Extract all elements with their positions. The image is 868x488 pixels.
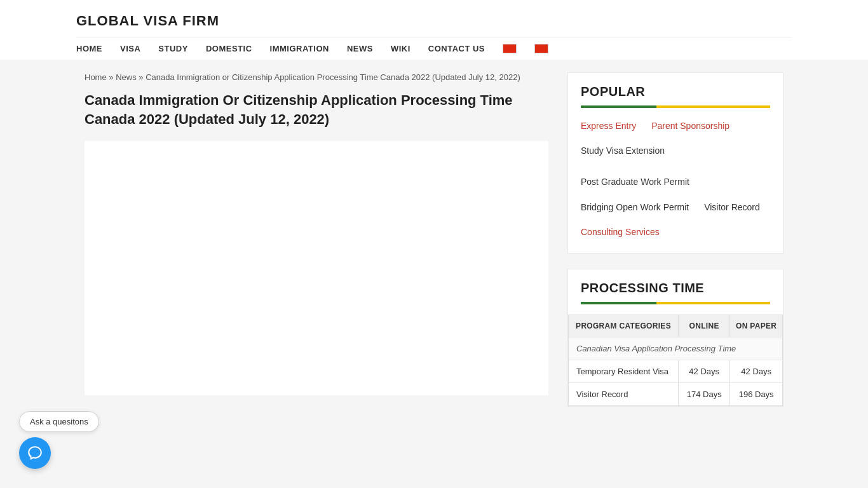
processing-time-table: PROGRAM CATEGORIES ONLINE ON PAPER Canad…: [568, 315, 783, 406]
content-area: Home » News » Canada Immigration or Citi…: [85, 72, 548, 422]
table-row: Temporary Resident Visa 42 Days 42 Days: [569, 360, 783, 383]
nav-visa[interactable]: VISA: [120, 44, 140, 53]
sidebar: POPULAR Express Entry Parent Sponsorship…: [567, 72, 783, 422]
processing-time-title: PROCESSING TIME: [568, 269, 783, 302]
row-trv-online: 42 Days: [679, 360, 730, 383]
chat-widget: Ask a quesitons: [19, 411, 99, 435]
breadcrumb: Home » News » Canada Immigration or Citi…: [85, 72, 548, 82]
processing-time-title-bar: [581, 302, 770, 304]
nav-wiki[interactable]: WIKI: [391, 44, 410, 53]
popular-title-bar: [581, 105, 770, 108]
popular-links: Express Entry Parent Sponsorship Study V…: [568, 118, 783, 253]
table-row: Visitor Record 174 Days 196 Days: [569, 383, 783, 405]
flag-china-icon[interactable]: [503, 44, 517, 53]
row-vr-online: 174 Days: [679, 383, 730, 405]
nav-domestic[interactable]: DOMESTIC: [206, 44, 252, 53]
nav-immigration[interactable]: IMMIGRATION: [270, 44, 329, 53]
article-body: [85, 141, 548, 395]
site-title: GLOBAL VISA FIRM: [76, 13, 792, 29]
table-header-row: PROGRAM CATEGORIES ONLINE ON PAPER: [569, 315, 783, 337]
breadcrumb-home[interactable]: Home: [85, 72, 107, 82]
popular-row-2: Study Visa Extension Post Graduate Work …: [581, 143, 770, 190]
breadcrumb-news[interactable]: News: [116, 72, 137, 82]
popular-link-consulting[interactable]: Consulting Services: [581, 224, 660, 240]
nav-news[interactable]: NEWS: [347, 44, 373, 53]
col-header-program: PROGRAM CATEGORIES: [569, 315, 679, 337]
popular-title: POPULAR: [568, 73, 783, 105]
row-vr-label: Visitor Record: [569, 383, 679, 405]
popular-link-express-entry[interactable]: Express Entry: [581, 118, 636, 134]
popular-item-bowp: Bridging Open Work Permit: [581, 200, 689, 215]
row-trv-paper: 42 Days: [730, 360, 783, 383]
nav-contact-us[interactable]: CONTACT US: [428, 44, 485, 53]
flag-hongkong-icon[interactable]: [534, 44, 548, 53]
col-header-paper: ON PAPER: [730, 315, 783, 337]
popular-item-study-visa: Study Visa Extension: [581, 143, 665, 159]
breadcrumb-current: Canada Immigration or Citizenship Applic…: [146, 72, 520, 82]
popular-row-4: Consulting Services: [581, 224, 660, 240]
chat-label[interactable]: Ask a quesitons: [19, 411, 99, 432]
popular-row-3: Bridging Open Work Permit Visitor Record: [581, 200, 760, 215]
span-row-label: Canadian Visa Application Processing Tim…: [569, 337, 783, 360]
popular-row-1: Express Entry Parent Sponsorship: [581, 118, 729, 134]
row-vr-paper: 196 Days: [730, 383, 783, 405]
popular-item-visitor-record: Visitor Record: [704, 200, 760, 215]
col-header-online: ONLINE: [679, 315, 730, 337]
article-title: Canada Immigration Or Citizenship Applic…: [85, 91, 548, 128]
processing-time-box: PROCESSING TIME PROGRAM CATEGORIES ONLIN…: [567, 269, 783, 407]
nav-home[interactable]: HOME: [76, 44, 102, 53]
row-trv-label: Temporary Resident Visa: [569, 360, 679, 383]
popular-box: POPULAR Express Entry Parent Sponsorship…: [567, 72, 783, 254]
nav-study[interactable]: STUDY: [158, 44, 188, 53]
main-nav: HOME VISA STUDY DOMESTIC IMMIGRATION NEW…: [76, 37, 792, 53]
popular-item-pgwp: Post Graduate Work Permit: [581, 174, 689, 190]
table-span-row: Canadian Visa Application Processing Tim…: [569, 337, 783, 360]
popular-link-parent-sponsorship[interactable]: Parent Sponsorship: [651, 118, 729, 134]
